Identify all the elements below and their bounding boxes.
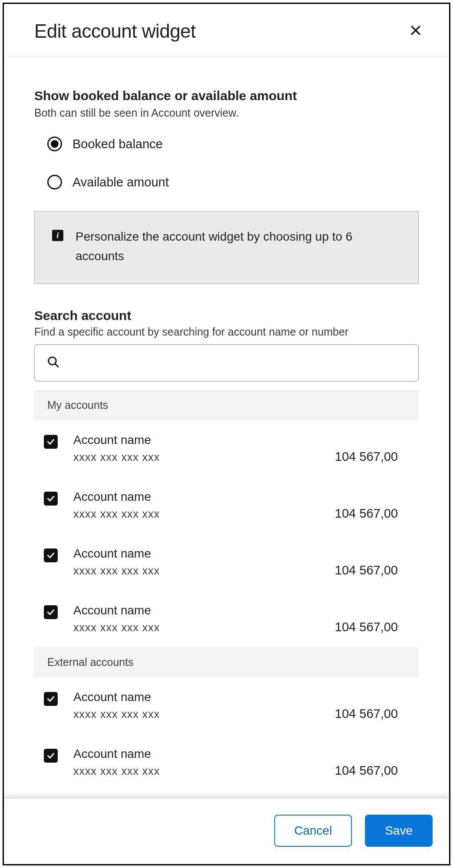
- dialog-content: Show booked balance or available amount …: [4, 56, 449, 864]
- radio-available-amount-label: Available amount: [72, 175, 169, 189]
- account-balance: 104 567,00: [335, 620, 398, 634]
- account-group-header: External accounts: [34, 647, 419, 677]
- account-balance: 104 567,00: [335, 506, 398, 521]
- balance-radio-group: Booked balance Available amount: [47, 137, 419, 189]
- account-name: Account name: [73, 747, 419, 761]
- account-checkbox[interactable]: [44, 492, 58, 506]
- balance-section-title: Show booked balance or available amount: [34, 88, 419, 103]
- search-box[interactable]: [34, 344, 419, 382]
- account-number: xxxx xxx xxx xxx: [73, 708, 160, 721]
- dialog-footer: Cancel Save: [4, 799, 449, 864]
- dialog-title: Edit account widget: [34, 20, 196, 42]
- info-icon: i: [52, 230, 63, 241]
- account-checkbox[interactable]: [44, 548, 58, 562]
- account-balance: 104 567,00: [335, 450, 398, 464]
- account-row: Account namexxxx xxx xxx xxx104 567,00: [34, 477, 419, 534]
- radio-booked-balance[interactable]: [47, 137, 62, 151]
- account-name: Account name: [73, 433, 419, 447]
- account-balance: 104 567,00: [335, 707, 398, 721]
- account-name: Account name: [73, 547, 419, 561]
- info-text: Personalize the account widget by choosi…: [76, 227, 401, 266]
- search-input[interactable]: [68, 356, 406, 369]
- account-number: xxxx xxx xxx xxx: [73, 451, 160, 463]
- radio-booked-balance-label: Booked balance: [72, 137, 163, 151]
- account-number: xxxx xxx xxx xxx: [73, 765, 160, 777]
- account-balance: 104 567,00: [335, 563, 398, 578]
- cancel-button[interactable]: Cancel: [274, 815, 352, 847]
- account-checkbox[interactable]: [44, 749, 58, 763]
- radio-available-amount[interactable]: [47, 175, 62, 189]
- account-row: Account namexxxx xxx xxx xxx104 567,00: [34, 420, 419, 477]
- account-name: Account name: [73, 604, 419, 617]
- close-button[interactable]: [408, 24, 423, 39]
- search-icon: [47, 356, 60, 370]
- info-box: i Personalize the account widget by choo…: [34, 211, 419, 284]
- account-group-header: My accounts: [34, 390, 419, 420]
- account-checkbox[interactable]: [44, 435, 58, 449]
- account-row: Account namexxxx xxx xxx xxx104 567,00: [34, 534, 419, 591]
- account-row: Account namexxxx xxx xxx xxx104 567,00: [34, 677, 419, 734]
- account-number: xxxx xxx xxx xxx: [73, 621, 160, 634]
- search-sublabel: Find a specific account by searching for…: [34, 326, 419, 338]
- account-name: Account name: [73, 490, 419, 504]
- account-number: xxxx xxx xxx xxx: [73, 508, 160, 520]
- search-label: Search account: [34, 308, 419, 323]
- account-number: xxxx xxx xxx xxx: [73, 565, 160, 577]
- balance-section-subtitle: Both can still be seen in Account overvi…: [34, 107, 419, 119]
- account-row: Account namexxxx xxx xxx xxx104 567,00: [34, 734, 419, 791]
- account-checkbox[interactable]: [44, 692, 58, 706]
- account-balance: 104 567,00: [335, 764, 398, 778]
- dialog-header: Edit account widget: [4, 4, 449, 56]
- account-checkbox[interactable]: [44, 605, 58, 619]
- close-icon: [410, 25, 421, 37]
- account-name: Account name: [73, 690, 419, 704]
- account-row: Account namexxxx xxx xxx xxx104 567,00: [34, 591, 419, 647]
- save-button[interactable]: Save: [365, 815, 433, 847]
